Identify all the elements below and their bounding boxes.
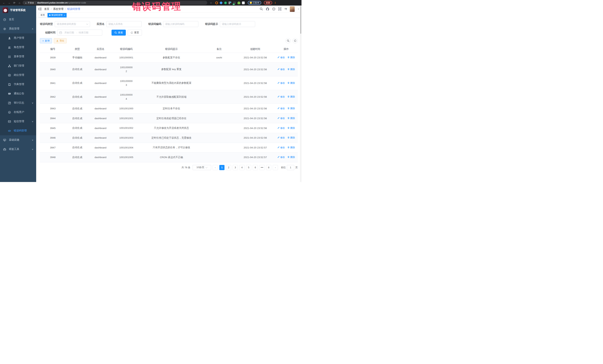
edit-link[interactable]: 修改 bbox=[277, 82, 285, 85]
delete-link[interactable]: 删除 bbox=[287, 146, 295, 149]
browser-menu-icon[interactable]: ⋮ bbox=[274, 1, 277, 4]
input-应用名[interactable]: 请输入应用名 bbox=[106, 21, 141, 27]
scrollbar-thumb[interactable] bbox=[300, 6, 301, 34]
help-icon[interactable]: ? bbox=[272, 7, 275, 11]
more-pages-button[interactable]: ••• bbox=[259, 165, 265, 170]
delete-link[interactable]: 删除 bbox=[287, 127, 295, 130]
home-icon[interactable]: ⌂ bbox=[17, 1, 22, 5]
sidebar-item-部门管理[interactable]: 部门管理 bbox=[0, 61, 36, 70]
font-size-icon[interactable]: TT bbox=[284, 8, 287, 11]
sidebar-item-错误码管理[interactable]: 错误码管理 bbox=[0, 126, 36, 135]
search-button[interactable]: 搜索 bbox=[112, 30, 126, 36]
reload-icon[interactable]: ⟳ bbox=[12, 1, 16, 5]
cell-memo bbox=[202, 104, 236, 114]
sidebar-item-在线用户[interactable]: @在线用户 bbox=[0, 108, 36, 117]
delete-link[interactable]: 删除 bbox=[287, 95, 295, 99]
goto-page-input[interactable]: 1 bbox=[287, 165, 294, 170]
tags-view: 首页错误码管理× bbox=[36, 13, 302, 18]
grid-extension-icon[interactable] bbox=[229, 1, 231, 4]
page-button-5[interactable]: 5 bbox=[246, 165, 251, 170]
green-key-extension-icon[interactable] bbox=[237, 1, 240, 4]
orange-donut-extension-icon[interactable] bbox=[215, 1, 218, 4]
toggle-search-button[interactable] bbox=[286, 38, 291, 43]
sidebar-item-角色管理[interactable]: 角色管理 bbox=[0, 43, 36, 52]
sidebar-item-短信管理[interactable]: 短信管理∨ bbox=[0, 117, 36, 126]
sidebar-item-用户管理[interactable]: 用户管理 bbox=[0, 33, 36, 43]
app-logo[interactable]: 芋道管理系统 bbox=[0, 6, 36, 15]
tab-首页[interactable]: 首页 bbox=[39, 13, 46, 17]
tab-错误码管理[interactable]: 错误码管理× bbox=[47, 13, 67, 17]
delete-link[interactable]: 删除 bbox=[287, 107, 295, 110]
edit-link[interactable]: 修改 bbox=[277, 127, 285, 130]
sidebar-item-通知公告[interactable]: 通知公告 bbox=[0, 89, 36, 98]
chrome-update-button[interactable]: 更新 bbox=[264, 1, 272, 5]
sidebar-item-研发工具[interactable]: 研发工具∨ bbox=[0, 144, 36, 154]
cell-id: 3940 bbox=[40, 62, 66, 76]
reset-button[interactable]: 重置 bbox=[128, 30, 142, 36]
hamburger-icon[interactable] bbox=[38, 8, 42, 10]
back-icon[interactable]: ← bbox=[2, 1, 6, 5]
sidebar-item-字典管理[interactable]: 字典管理 bbox=[0, 80, 36, 89]
page-button-8[interactable]: 8 bbox=[266, 165, 271, 170]
sidebar-item-基础设施[interactable]: 基础设施∨ bbox=[0, 135, 36, 144]
page-scrollbar[interactable] bbox=[300, 6, 302, 182]
breadcrumb-item[interactable]: 系统管理 bbox=[53, 7, 63, 11]
dark-on-extension-icon[interactable] bbox=[233, 1, 236, 4]
input-错误码提示[interactable]: 请输入错误码提示 bbox=[220, 21, 255, 27]
address-bar[interactable]: ▲不安全 dashboard.yudao.iocoder.cn/system/e… bbox=[23, 1, 207, 5]
refresh-table-button[interactable] bbox=[293, 38, 298, 43]
delete-link[interactable]: 删除 bbox=[287, 156, 295, 159]
next-page-button[interactable]: › bbox=[273, 165, 278, 170]
sidebar-item-label: 在线用户 bbox=[14, 110, 33, 114]
breadcrumb-item[interactable]: 首页 bbox=[44, 7, 49, 11]
edit-link[interactable]: 修改 bbox=[277, 68, 285, 71]
page-button-4[interactable]: 4 bbox=[239, 165, 244, 170]
export-button[interactable]: 导出 bbox=[54, 38, 67, 43]
edit-link[interactable]: 修改 bbox=[277, 117, 285, 120]
edit-link[interactable]: 修改 bbox=[277, 95, 285, 99]
add-button[interactable]: +新增 bbox=[40, 38, 52, 43]
delete-link[interactable]: 删除 bbox=[287, 82, 295, 85]
sidebar-item-首页[interactable]: 首页 bbox=[0, 15, 36, 24]
github-icon[interactable] bbox=[266, 7, 269, 11]
green-check-extension-icon[interactable]: ✓ bbox=[224, 1, 227, 4]
select-错误码类型[interactable]: 请选择错误码类型 bbox=[55, 21, 90, 27]
start-date-placeholder[interactable]: 开始日期 bbox=[63, 31, 75, 34]
date-range-picker[interactable]: 开始日期 - 结束日期 bbox=[57, 30, 102, 36]
edit-link[interactable]: 修改 bbox=[277, 136, 285, 139]
edit-link[interactable]: 修改 bbox=[277, 156, 285, 159]
prev-page-button[interactable]: ‹ bbox=[213, 165, 218, 170]
edit-link[interactable]: 修改 bbox=[277, 56, 285, 59]
page-button-6[interactable]: 6 bbox=[253, 165, 258, 170]
delete-link[interactable]: 删除 bbox=[287, 117, 295, 120]
sidebar-item-审计日志[interactable]: 审计日志∨ bbox=[0, 98, 36, 108]
forward-icon[interactable]: → bbox=[7, 1, 11, 5]
search-icon[interactable] bbox=[260, 7, 263, 11]
delete-link[interactable]: 删除 bbox=[287, 136, 295, 139]
cell-type: 自动生成 bbox=[66, 76, 89, 90]
edit-link[interactable]: 修改 bbox=[277, 107, 285, 110]
close-icon[interactable]: × bbox=[64, 14, 65, 16]
caret-down-icon[interactable]: ▼ bbox=[298, 8, 299, 10]
page-button-3[interactable]: 3 bbox=[233, 165, 238, 170]
delete-link[interactable]: 删除 bbox=[287, 68, 295, 71]
delete-link[interactable]: 删除 bbox=[287, 56, 295, 59]
sidebar-item-岗位管理[interactable]: 岗位管理 bbox=[0, 70, 36, 80]
puzzle-extension-icon[interactable] bbox=[242, 1, 245, 4]
paused-extension-pill[interactable]: 已暂停 bbox=[248, 1, 261, 5]
page-button-1[interactable]: 1 bbox=[219, 165, 224, 170]
page-button-2[interactable]: 2 bbox=[226, 165, 231, 170]
bookmark-star-icon[interactable]: ☆ bbox=[210, 1, 212, 4]
page-size-select[interactable]: 10条/页 bbox=[193, 165, 211, 170]
sidebar-item-系统管理[interactable]: 系统管理∧ bbox=[0, 24, 36, 33]
not-secure-warning[interactable]: ▲不安全 bbox=[25, 1, 34, 4]
end-date-placeholder[interactable]: 结束日期 bbox=[79, 31, 88, 34]
blue-gem-extension-icon[interactable] bbox=[220, 1, 223, 4]
dict-book-icon bbox=[8, 83, 11, 86]
edit-link[interactable]: 修改 bbox=[277, 146, 285, 149]
cell-memo bbox=[202, 113, 236, 123]
avatar[interactable] bbox=[290, 6, 295, 12]
fullscreen-icon[interactable] bbox=[278, 7, 281, 11]
sidebar-item-菜单管理[interactable]: 菜单管理 bbox=[0, 52, 36, 61]
input-错误码编码[interactable]: 请输入错误码编码 bbox=[163, 21, 198, 27]
